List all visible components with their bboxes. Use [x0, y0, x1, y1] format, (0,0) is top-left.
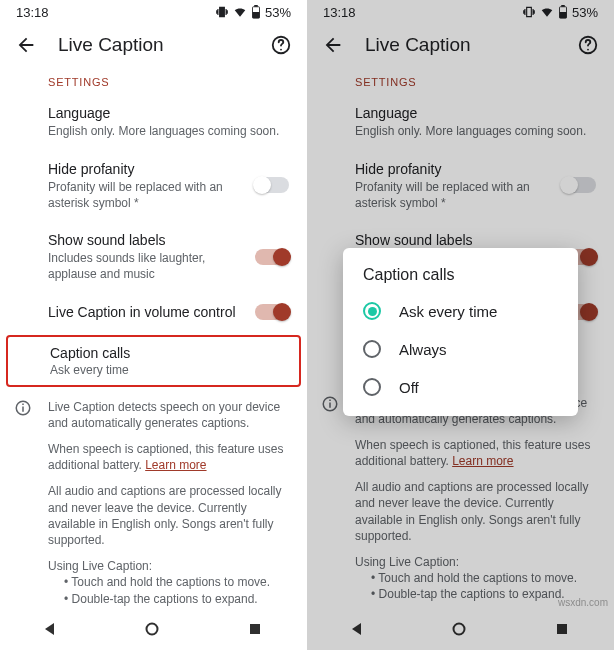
setting-caption-calls-highlighted[interactable]: Caption calls Ask every time	[6, 335, 301, 387]
svg-point-16	[454, 624, 465, 635]
radio-label: Off	[399, 379, 419, 396]
setting-title: Hide profanity	[48, 160, 245, 178]
svg-rect-14	[329, 402, 331, 407]
setting-language[interactable]: Language English only. More languages co…	[0, 94, 307, 150]
setting-volume-control[interactable]: Live Caption in volume control	[0, 293, 307, 331]
app-bar: Live Caption	[0, 24, 307, 66]
radio-label: Ask every time	[399, 303, 497, 320]
radio-icon	[363, 378, 381, 396]
info-block: Live Caption detects speech on your devi…	[307, 387, 614, 611]
battery-icon	[251, 5, 261, 19]
nav-bar	[307, 610, 614, 650]
battery-icon	[558, 5, 568, 19]
vibrate-icon	[215, 5, 229, 19]
radio-option-always[interactable]: Always	[343, 330, 578, 368]
toggle-hide-profanity[interactable]	[562, 177, 596, 193]
app-bar: Live Caption	[307, 24, 614, 66]
help-icon[interactable]	[576, 33, 600, 57]
info-text: All audio and captions are processed loc…	[48, 483, 289, 548]
section-header: SETTINGS	[0, 66, 307, 94]
setting-title: Language	[48, 104, 289, 122]
svg-rect-5	[22, 406, 24, 411]
help-icon[interactable]	[269, 33, 293, 57]
status-bar: 13:18 53%	[0, 0, 307, 24]
phone-left: 13:18 53% Live Caption SETTINGS Language…	[0, 0, 307, 650]
info-text: Using Live Caption: • Touch and hold the…	[48, 558, 289, 607]
nav-home-icon[interactable]	[145, 622, 161, 638]
wifi-icon	[233, 5, 247, 19]
setting-hide-profanity[interactable]: Hide profanity Profanity will be replace…	[0, 150, 307, 221]
svg-rect-8	[250, 624, 260, 634]
svg-rect-10	[559, 12, 566, 18]
setting-sub: Ask every time	[50, 363, 287, 377]
status-right: 53%	[522, 5, 598, 20]
status-time: 13:18	[16, 5, 49, 20]
status-battery-text: 53%	[265, 5, 291, 20]
info-block: Live Caption detects speech on your devi…	[0, 391, 307, 610]
setting-sound-labels[interactable]: Show sound labels Includes sounds like l…	[0, 221, 307, 292]
wifi-icon	[540, 5, 554, 19]
status-battery-text: 53%	[572, 5, 598, 20]
section-header: SETTINGS	[307, 66, 614, 94]
status-bar: 13:18 53%	[307, 0, 614, 24]
radio-icon	[363, 340, 381, 358]
setting-title: Show sound labels	[48, 231, 245, 249]
nav-bar	[0, 610, 307, 650]
info-text: When speech is captioned, this feature u…	[48, 441, 289, 473]
radio-option-off[interactable]: Off	[343, 368, 578, 406]
setting-language[interactable]: Language English only. More languages co…	[307, 94, 614, 150]
svg-rect-6	[22, 403, 24, 405]
phone-right: 13:18 53% Live Caption SETTINGS Language…	[307, 0, 614, 650]
setting-title: Caption calls	[50, 345, 287, 361]
info-icon	[321, 395, 339, 417]
svg-rect-15	[329, 399, 331, 401]
setting-sub: Includes sounds like laughter, applause …	[48, 251, 245, 282]
svg-rect-1	[252, 12, 259, 18]
nav-home-icon[interactable]	[452, 622, 468, 638]
dialog-title: Caption calls	[343, 266, 578, 292]
info-text: Live Caption detects speech on your devi…	[48, 399, 289, 431]
learn-more-link[interactable]: Learn more	[452, 454, 513, 468]
caption-calls-dialog: Caption calls Ask every time Always Off	[343, 248, 578, 416]
status-time: 13:18	[323, 5, 356, 20]
setting-title: Live Caption in volume control	[48, 303, 245, 321]
setting-hide-profanity[interactable]: Hide profanity Profanity will be replace…	[307, 150, 614, 221]
watermark: wsxdn.com	[558, 597, 608, 608]
nav-recent-icon[interactable]	[555, 622, 571, 638]
toggle-volume-control[interactable]	[255, 304, 289, 320]
back-icon[interactable]	[321, 33, 345, 57]
learn-more-link[interactable]: Learn more	[145, 458, 206, 472]
setting-sub: English only. More languages coming soon…	[48, 124, 289, 140]
setting-sub: Profanity will be replaced with an aster…	[48, 180, 245, 211]
svg-rect-11	[561, 5, 565, 7]
svg-point-7	[147, 624, 158, 635]
back-icon[interactable]	[14, 33, 38, 57]
nav-back-icon[interactable]	[43, 622, 59, 638]
radio-option-ask[interactable]: Ask every time	[343, 292, 578, 330]
toggle-sound-labels[interactable]	[255, 249, 289, 265]
toggle-hide-profanity[interactable]	[255, 177, 289, 193]
svg-rect-2	[254, 5, 258, 7]
nav-back-icon[interactable]	[350, 622, 366, 638]
settings-content: SETTINGS Language English only. More lan…	[0, 66, 307, 610]
svg-rect-17	[557, 624, 567, 634]
radio-icon	[363, 302, 381, 320]
radio-label: Always	[399, 341, 447, 358]
vibrate-icon	[522, 5, 536, 19]
info-icon	[14, 399, 32, 421]
nav-recent-icon[interactable]	[248, 622, 264, 638]
page-title: Live Caption	[365, 34, 556, 56]
page-title: Live Caption	[58, 34, 249, 56]
status-right: 53%	[215, 5, 291, 20]
